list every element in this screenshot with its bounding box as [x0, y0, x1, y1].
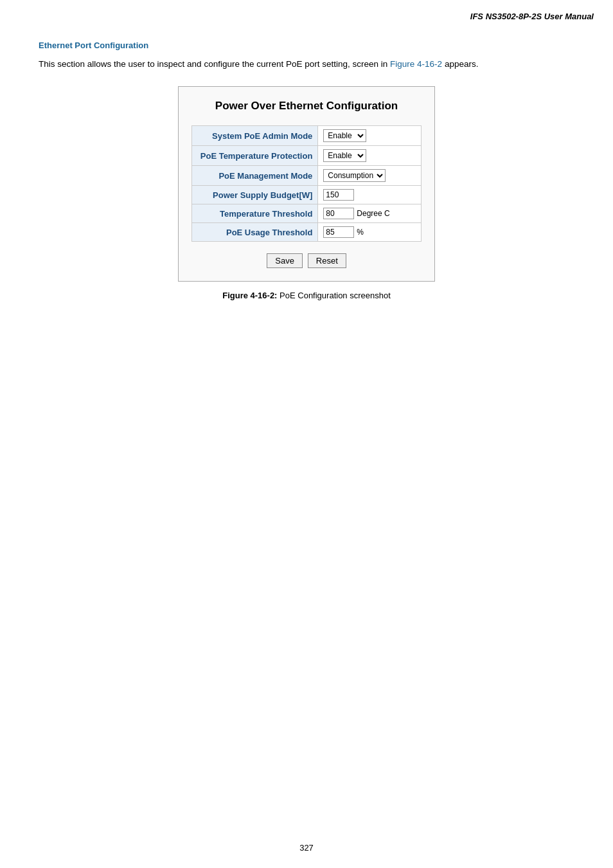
- intro-text-after: appears.: [445, 59, 479, 69]
- figure-caption-bold: Figure 4-16-2:: [222, 291, 277, 300]
- row-value: Degree C: [318, 204, 422, 223]
- row-label: System PoE Admin Mode: [192, 126, 318, 146]
- table-row: System PoE Admin ModeEnableDisable: [192, 126, 422, 146]
- row-select-1[interactable]: EnableDisable: [323, 149, 366, 162]
- row-label: PoE Usage Threshold: [192, 223, 318, 242]
- row-value: EnableDisable: [318, 126, 422, 146]
- figure-link[interactable]: Figure 4-16-2: [390, 59, 442, 69]
- figure-caption-text: PoE Configuration screenshot: [280, 291, 391, 300]
- row-select-0[interactable]: EnableDisable: [323, 129, 366, 142]
- row-value: %: [318, 223, 422, 242]
- table-row: PoE Temperature ProtectionEnableDisable: [192, 146, 422, 166]
- row-input-3[interactable]: [323, 189, 354, 201]
- section-title: Ethernet Port Configuration: [39, 41, 574, 50]
- row-label: Temperature Threshold: [192, 204, 318, 223]
- row-label: Power Supply Budget[W]: [192, 186, 318, 204]
- table-row: PoE Management ModeConsumptionClassifica…: [192, 166, 422, 186]
- row-input-4[interactable]: [323, 208, 354, 219]
- page-header: IFS NS3502-8P-2S User Manual: [0, 0, 613, 28]
- row-input-5[interactable]: [323, 226, 354, 238]
- save-button[interactable]: Save: [267, 253, 303, 268]
- row-value: EnableDisable: [318, 146, 422, 166]
- row-value: ConsumptionClassification: [318, 166, 422, 186]
- row-value: [318, 186, 422, 204]
- intro-text-before: This section allows the user to inspect …: [39, 59, 387, 69]
- reset-button[interactable]: Reset: [308, 253, 346, 268]
- row-select-2[interactable]: ConsumptionClassification: [323, 169, 386, 182]
- config-title: Power Over Ethernet Configuration: [191, 100, 422, 113]
- page-content: Ethernet Port Configuration This section…: [0, 28, 613, 326]
- table-row: Temperature ThresholdDegree C: [192, 204, 422, 223]
- config-box: Power Over Ethernet Configuration System…: [178, 86, 435, 282]
- intro-text: This section allows the user to inspect …: [39, 58, 574, 71]
- page-number: 327: [299, 843, 314, 853]
- row-label: PoE Temperature Protection: [192, 146, 318, 166]
- table-row: PoE Usage Threshold%: [192, 223, 422, 242]
- table-row: Power Supply Budget[W]: [192, 186, 422, 204]
- row-unit-5: %: [357, 228, 364, 237]
- figure-caption: Figure 4-16-2: PoE Configuration screens…: [39, 291, 574, 300]
- button-row: Save Reset: [191, 253, 422, 268]
- row-unit-4: Degree C: [357, 209, 389, 218]
- row-label: PoE Management Mode: [192, 166, 318, 186]
- config-table: System PoE Admin ModeEnableDisablePoE Te…: [191, 125, 422, 242]
